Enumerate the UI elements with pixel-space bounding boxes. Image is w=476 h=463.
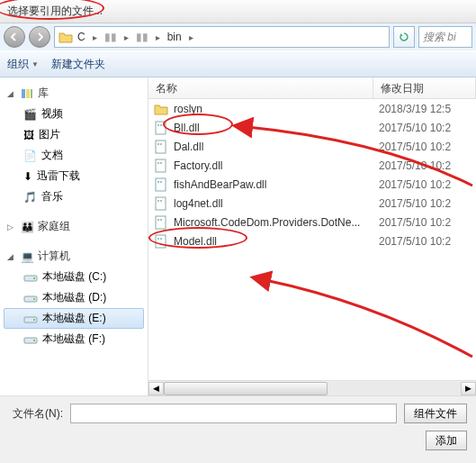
svg-rect-11 [156,122,166,134]
filename-input[interactable] [70,404,397,423]
lib-icon: 📄 [23,150,37,162]
sidebar-item-label: 本地磁盘 (F:) [42,331,105,347]
library-icon [20,86,34,101]
svg-rect-2 [31,89,32,98]
sidebar-group-pc: ◢ 💻 计算机 本地磁盘 (C:)本地磁盘 (D:)本地磁盘 (E:)本地磁盘 … [4,246,144,350]
sidebar-item-label: 迅雷下载 [37,168,80,184]
expand-icon: ◢ [7,89,16,98]
dll-icon [154,159,168,173]
sidebar-item[interactable]: 🖼图片 [4,124,144,145]
organize-button[interactable]: 组织 ▼ [7,57,39,72]
drive-icon [23,333,38,346]
add-button[interactable]: 添加 [426,431,467,450]
file-row[interactable]: Dal.dll2017/5/10 10:2 [148,137,476,156]
file-row[interactable]: Bll.dll2017/5/10 10:2 [148,118,476,137]
sidebar-label: 库 [38,86,49,101]
crumb-seg[interactable]: ▮▮ [102,31,120,43]
sidebar-head-library[interactable]: ◢ 库 [4,83,144,104]
scroll-left-button[interactable]: ◀ [148,382,164,395]
sidebar-item-drive[interactable]: 本地磁盘 (E:) [4,308,144,329]
svg-point-24 [157,200,159,202]
sidebar: ◢ 库 🎬视频🖼图片📄文档⬇迅雷下载🎵音乐 ▷ 👪 家庭组 ◢ 💻 计算机 本地… [0,77,148,395]
file-name: fishAndBearPaw.dll [174,178,379,191]
dll-icon [154,177,168,192]
svg-rect-17 [156,159,166,172]
col-date[interactable]: 修改日期 [373,77,476,98]
svg-point-13 [160,124,162,126]
crumb-seg[interactable]: C [75,31,88,43]
svg-point-30 [157,238,159,240]
h-scrollbar[interactable]: ◀ ▶ [148,380,476,395]
chevron-icon: ▸ [153,32,163,42]
sidebar-head-pc[interactable]: ◢ 💻 计算机 [4,246,144,267]
expand-icon: ▷ [7,222,16,232]
scroll-thumb[interactable] [164,382,328,395]
svg-rect-0 [22,89,25,98]
filetype-combo[interactable]: 组件文件 [404,404,467,423]
filename-label: 文件名(N): [9,406,63,422]
svg-point-22 [160,181,162,183]
toolbar: 组织 ▼ 新建文件夹 [0,50,476,77]
sidebar-item-drive[interactable]: 本地磁盘 (D:) [4,287,144,308]
col-name[interactable]: 名称 [148,77,373,98]
sidebar-item[interactable]: 📄文档 [4,145,144,166]
svg-rect-23 [156,197,166,210]
file-row[interactable]: roslyn2018/3/19 12:5 [148,99,476,118]
expand-icon: ◢ [7,252,16,261]
sidebar-item[interactable]: ⬇迅雷下载 [4,166,144,186]
sidebar-item[interactable]: 🎵音乐 [4,186,144,207]
file-date: 2018/3/19 12:5 [379,103,451,115]
file-row[interactable]: log4net.dll2017/5/10 10:2 [148,194,476,213]
file-name: log4net.dll [174,197,379,210]
svg-point-28 [160,219,162,221]
refresh-button[interactable] [393,26,415,48]
sidebar-item-label: 本地磁盘 (C:) [42,269,106,285]
forward-button[interactable] [29,26,50,48]
drive-icon [23,313,38,325]
sidebar-head-home[interactable]: ▷ 👪 家庭组 [4,216,144,237]
sidebar-item-label: 文档 [41,148,63,163]
svg-point-8 [33,319,35,321]
file-pane: 名称 修改日期 roslyn2018/3/19 12:5Bll.dll2017/… [148,77,476,395]
back-button[interactable] [4,26,25,48]
file-row[interactable]: Model.dll2017/5/10 10:2 [148,232,476,250]
scroll-track[interactable] [164,382,461,395]
newfolder-button[interactable]: 新建文件夹 [51,57,105,72]
crumb-seg[interactable]: ▮▮ [133,31,151,43]
scroll-right-button[interactable]: ▶ [461,382,476,395]
svg-rect-29 [156,235,166,248]
svg-rect-26 [156,216,166,229]
svg-point-10 [33,340,35,341]
titlebar: 选择要引用的文件... [0,0,476,23]
svg-point-16 [160,143,162,145]
file-row[interactable]: Factory.dll2017/5/10 10:2 [148,156,476,175]
svg-rect-1 [26,89,30,98]
sidebar-item-drive[interactable]: 本地磁盘 (C:) [4,267,144,287]
homegroup-icon: 👪 [20,220,34,234]
crumb-seg[interactable]: bin [165,31,184,43]
sidebar-item-drive[interactable]: 本地磁盘 (F:) [4,329,144,350]
file-name: Model.dll [174,235,379,248]
filetype-label: 组件文件 [414,406,457,422]
breadcrumb[interactable]: C▸ ▮▮▸ ▮▮▸ bin▸ [54,26,390,48]
dll-icon [154,215,168,230]
sidebar-item-label: 视频 [41,106,63,122]
lib-icon: 🎵 [23,191,37,204]
sidebar-group-library: ◢ 库 🎬视频🖼图片📄文档⬇迅雷下载🎵音乐 [4,83,144,207]
dll-icon [154,140,168,154]
file-date: 2017/5/10 10:2 [379,197,451,210]
dll-icon [154,121,168,135]
file-row[interactable]: fishAndBearPaw.dll2017/5/10 10:2 [148,175,476,194]
file-name: roslyn [174,103,379,115]
svg-point-15 [157,143,159,145]
sidebar-item[interactable]: 🎬视频 [4,104,144,124]
main-area: ◢ 库 🎬视频🖼图片📄文档⬇迅雷下载🎵音乐 ▷ 👪 家庭组 ◢ 💻 计算机 本地… [0,77,476,395]
computer-icon: 💻 [20,250,34,264]
file-row[interactable]: Microsoft.CodeDom.Providers.DotNe...2017… [148,213,476,232]
file-date: 2017/5/10 10:2 [379,159,451,172]
chevron-icon: ▸ [186,32,196,42]
chevron-down-icon: ▼ [31,60,39,68]
sidebar-item-label: 图片 [39,127,60,142]
svg-point-19 [160,162,162,164]
search-input[interactable]: 搜索 bi [418,26,472,48]
